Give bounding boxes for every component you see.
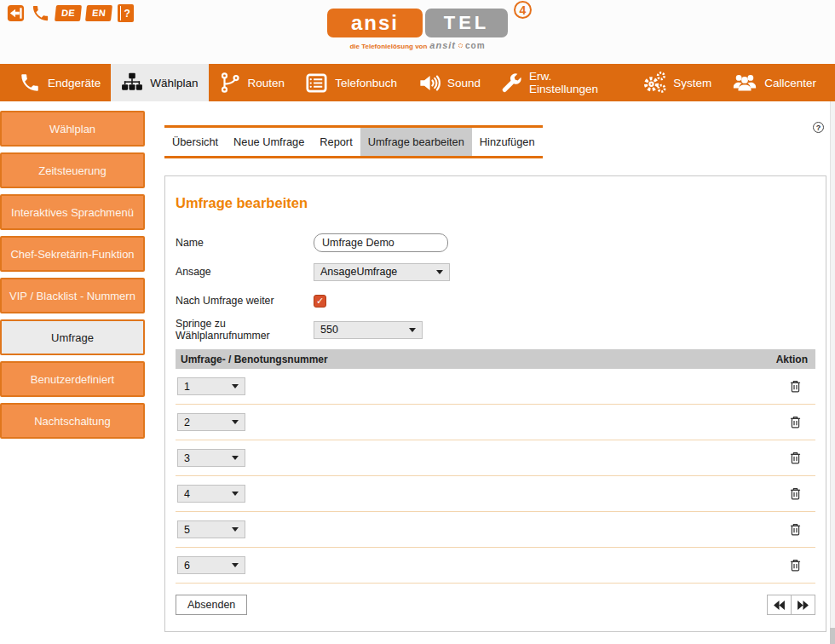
delete-row-button[interactable] xyxy=(788,486,803,502)
nav-label: Endgeräte xyxy=(48,77,101,89)
delete-row-button[interactable] xyxy=(788,557,803,573)
column-header-nummer: Umfrage- / Benotungsnummer xyxy=(181,354,328,365)
form-row-springe: Springe zu Wählplanrufnummer 550 xyxy=(176,320,815,339)
trash-icon xyxy=(790,487,801,500)
delete-row-button[interactable] xyxy=(788,450,803,466)
name-input[interactable] xyxy=(314,233,448,252)
nav-item-sound[interactable]: Sound xyxy=(407,64,491,101)
nav-item-system[interactable]: System xyxy=(632,64,722,101)
nav-item-waehlplan[interactable]: Wählplan xyxy=(111,64,208,101)
table-header: Umfrage- / Benotungsnummer Aktion xyxy=(176,349,815,369)
manual-help-button[interactable]: ? xyxy=(118,4,134,22)
tab-uebersicht[interactable]: Übersicht xyxy=(164,128,226,156)
language-de-button[interactable]: DE xyxy=(55,5,81,21)
tab-umfrage-bearbeiten[interactable]: Umfrage bearbeiten xyxy=(360,128,472,156)
nummer-select-3[interactable]: 3 xyxy=(177,449,245,467)
tab-neue-umfrage[interactable]: Neue Umfrage xyxy=(226,128,312,156)
sitemap-icon xyxy=(121,72,143,94)
trash-icon xyxy=(790,380,801,393)
delete-row-button[interactable] xyxy=(788,378,803,394)
springe-label: Springe zu Wählplanrufnummer xyxy=(176,318,314,342)
fast-forward-icon xyxy=(798,601,809,610)
nummer-select-5[interactable]: 5 xyxy=(177,520,245,538)
language-en-button[interactable]: EN xyxy=(86,5,112,21)
nav-item-routen[interactable]: Routen xyxy=(209,64,296,101)
name-label: Name xyxy=(176,237,314,249)
flag-en: EN xyxy=(85,5,112,21)
nav-label: Callcenter xyxy=(764,77,816,89)
table-row: 2 xyxy=(176,405,815,440)
nummer-select-2[interactable]: 2 xyxy=(177,413,245,431)
delete-row-button[interactable] xyxy=(788,414,803,430)
help-book-icon: ? xyxy=(118,4,134,22)
help-icon[interactable]: ? xyxy=(813,122,824,133)
nav-item-endgeraete[interactable]: Endgeräte xyxy=(9,64,111,101)
chevron-down-icon xyxy=(232,492,239,496)
sidebar-item-umfrage[interactable]: Umfrage xyxy=(0,319,145,355)
main-area: Wählplan Zeitsteuerung Interaktives Spra… xyxy=(0,101,835,632)
page-previous-button[interactable] xyxy=(767,595,792,615)
nav-item-erw-einstellungen[interactable]: Erw. Einstellungen xyxy=(491,64,632,101)
weiter-checkbox[interactable]: ✓ xyxy=(314,295,326,308)
scrollbar[interactable] xyxy=(830,101,835,644)
page-next-button[interactable] xyxy=(791,595,815,615)
trash-icon xyxy=(790,451,801,464)
chevron-down-icon xyxy=(436,270,443,274)
phone-icon xyxy=(31,3,50,23)
nav-label: Wählplan xyxy=(150,77,198,89)
tab-hinzufuegen[interactable]: Hinzufügen xyxy=(472,128,543,156)
chevron-down-icon xyxy=(232,527,239,532)
sidebar-item-nachtschaltung[interactable]: Nachtschaltung xyxy=(0,403,145,439)
nav-item-callcenter[interactable]: Callcenter xyxy=(722,64,826,101)
chevron-down-icon xyxy=(409,328,416,332)
nav-item-telefonbuch[interactable]: Telefonbuch xyxy=(295,64,407,101)
sidebar-item-benutzerdefiniert[interactable]: Benutzerdefiniert xyxy=(0,361,145,397)
ansitel-logo: ansi TEL 4 die Telefonielösung von ansit… xyxy=(327,9,508,50)
contact-list-icon xyxy=(305,72,328,95)
form-row-weiter: Nach Umfrage weiter ✓ xyxy=(176,291,815,310)
speaker-icon xyxy=(418,72,441,95)
phone-status-icon[interactable] xyxy=(31,3,50,23)
people-icon xyxy=(732,70,757,95)
table-row: 5 xyxy=(176,512,815,548)
umfrage-panel: Umfrage bearbeiten Name Ansage AnsageUmf… xyxy=(164,175,826,632)
ansage-label: Ansage xyxy=(176,266,314,278)
table-row: 1 xyxy=(176,369,815,405)
logout-icon xyxy=(6,3,26,23)
ansage-select[interactable]: AnsageUmfrage xyxy=(314,263,450,281)
sidebar: Wählplan Zeitsteuerung Interaktives Spra… xyxy=(0,101,164,632)
header: DE EN ? ansi TEL 4 die Telefonielösung v… xyxy=(0,0,835,64)
delete-row-button[interactable] xyxy=(788,521,803,538)
column-header-aktion: Aktion xyxy=(776,354,808,365)
ansitel-admin-page: DE EN ? ansi TEL 4 die Telefonielösung v… xyxy=(0,0,835,644)
sidebar-item-waehlplan[interactable]: Wählplan xyxy=(0,111,145,147)
logout-icon[interactable] xyxy=(6,3,26,23)
wrench-icon xyxy=(501,72,522,94)
branch-icon xyxy=(219,72,241,94)
dotted-circle-icon xyxy=(458,43,463,48)
scrollbar-thumb[interactable] xyxy=(830,628,835,644)
chevron-down-icon xyxy=(232,420,239,424)
version-badge: 4 xyxy=(514,1,532,19)
nummer-select-1[interactable]: 1 xyxy=(177,377,245,395)
submit-button[interactable]: Absenden xyxy=(176,595,247,615)
table-row: 3 xyxy=(176,440,815,476)
tab-report[interactable]: Report xyxy=(312,128,360,156)
sidebar-item-zeitsteuerung[interactable]: Zeitsteuerung xyxy=(0,152,145,188)
nav-label: Erw. Einstellungen xyxy=(529,70,622,95)
chevron-down-icon xyxy=(232,456,239,460)
table-row: 6 xyxy=(176,548,815,584)
chevron-down-icon xyxy=(232,563,239,567)
trash-icon xyxy=(790,559,801,572)
chevron-down-icon xyxy=(232,384,239,388)
nummer-select-4[interactable]: 4 xyxy=(177,485,245,503)
nav-label: Routen xyxy=(248,77,285,89)
form-row-name: Name xyxy=(176,233,815,252)
tab-bar: Übersicht Neue Umfrage Report Umfrage be… xyxy=(164,125,543,158)
sidebar-item-chef-sekretaerin[interactable]: Chef-Sekretärin-Funktion xyxy=(0,236,145,272)
sidebar-item-vip-blacklist[interactable]: VIP / Blacklist - Nummern xyxy=(0,278,145,313)
nummer-select-6[interactable]: 6 xyxy=(177,556,245,574)
logo-tagline: die Telefonielösung von ansit com xyxy=(327,40,508,50)
sidebar-item-interaktives-sprachmenue[interactable]: Interaktives Sprachmenü xyxy=(0,194,145,230)
springe-select[interactable]: 550 xyxy=(314,321,423,339)
